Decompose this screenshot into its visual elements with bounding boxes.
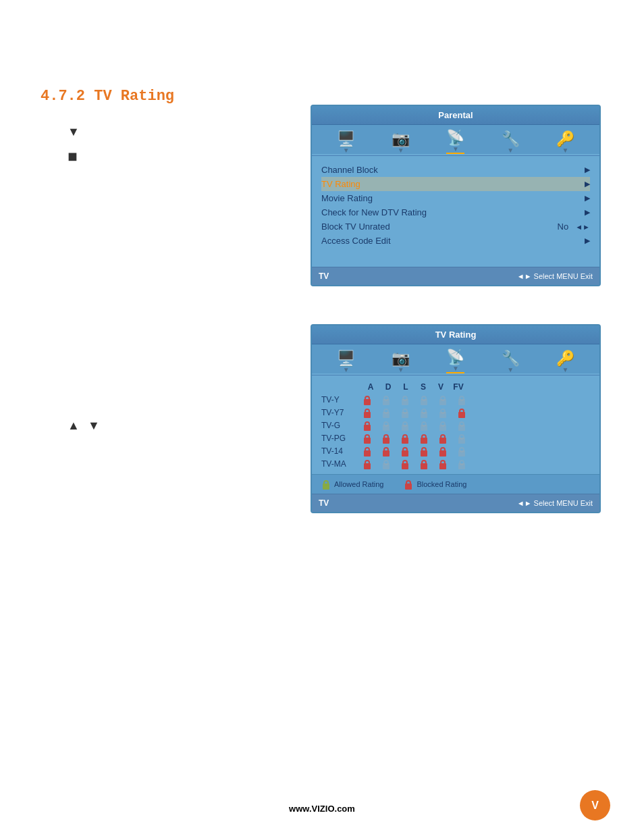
- cell-tvg-a[interactable]: [362, 420, 373, 431]
- cell-tvpg-d[interactable]: [381, 433, 392, 444]
- svg-rect-13: [365, 409, 369, 413]
- col-header-v: V: [435, 382, 446, 392]
- svg-rect-37: [365, 435, 369, 439]
- cell-tvg-s[interactable]: [419, 420, 429, 431]
- svg-rect-29: [403, 422, 407, 426]
- col-header-l: L: [400, 382, 411, 392]
- svg-rect-49: [365, 448, 369, 452]
- cell-tv14-fv[interactable]: [456, 446, 467, 457]
- tv-rating-panel-footer: TV ◄► Select MENU Exit: [312, 494, 599, 512]
- cell-tv14-a[interactable]: [362, 446, 373, 457]
- cell-tvpg-a[interactable]: [362, 433, 373, 444]
- menu-item-access-code[interactable]: Access Code Edit ▶: [321, 234, 590, 248]
- icon-satellite: 📡 ▼: [446, 130, 464, 154]
- svg-rect-25: [365, 422, 369, 426]
- cell-tvma-v[interactable]: [437, 459, 448, 469]
- parental-panel: Parental 🖥️ ▼ 📷 ▼ 📡 ▼ 🔧 ▼ 🔑 ▼ Channel Bl…: [311, 105, 601, 286]
- col-header-d: D: [383, 382, 394, 392]
- col-header-a: A: [365, 382, 376, 392]
- cell-tv14-s[interactable]: [419, 446, 429, 457]
- cell-tvma-d[interactable]: [381, 459, 392, 469]
- icon-key: 🔑 ▼: [556, 132, 574, 154]
- cell-tvy-d[interactable]: [381, 394, 392, 405]
- cell-tvg-d[interactable]: [381, 420, 392, 431]
- cell-tvy-a[interactable]: [362, 394, 373, 405]
- svg-rect-39: [384, 435, 388, 439]
- svg-rect-15: [384, 409, 388, 413]
- icon-tv: 🖥️ ▼: [337, 132, 355, 154]
- cell-tvy7-a[interactable]: [362, 407, 373, 418]
- svg-rect-51: [384, 448, 388, 452]
- menu-item-tv-rating[interactable]: TV Rating ▶: [321, 177, 590, 191]
- cell-tvpg-s[interactable]: [419, 433, 429, 444]
- col-header-s: S: [418, 382, 429, 392]
- rating-icon-row: 🖥️ ▼ 📷 ▼ 📡 ▼ 🔧 ▼ 🔑 ▼: [312, 344, 599, 373]
- svg-rect-65: [403, 461, 407, 465]
- arrow-down-icon-3: ▼: [88, 419, 100, 433]
- parental-panel-footer: TV ◄► Select MENU Exit: [312, 267, 599, 285]
- cell-tvpg-fv[interactable]: [456, 433, 467, 444]
- svg-rect-41: [403, 435, 407, 439]
- cell-tvma-fv[interactable]: [456, 459, 467, 469]
- cell-tvpg-l[interactable]: [400, 433, 410, 444]
- legend-blocked-label: Blocked Rating: [417, 480, 466, 488]
- arrow-down-icon-2: ◼: [68, 149, 78, 163]
- rating-row-tv-ma: TV-MA: [321, 459, 590, 469]
- cell-tvma-a[interactable]: [362, 459, 373, 469]
- rating-legend: Allowed Rating Blocked Rating: [312, 474, 599, 494]
- rating-row-tv-g: TV-G: [321, 420, 590, 431]
- svg-rect-11: [460, 396, 464, 400]
- parental-icon-row: 🖥️ ▼ 📷 ▼ 📡 ▼ 🔧 ▼ 🔑 ▼: [312, 125, 599, 154]
- menu-item-channel-block[interactable]: Channel Block ▶: [321, 163, 590, 177]
- menu-item-movie-rating[interactable]: Movie Rating ▶: [321, 191, 590, 205]
- svg-rect-43: [422, 435, 426, 439]
- menu-item-block-unrated[interactable]: Block TV Unrated No ◄►: [321, 219, 590, 234]
- cell-tvma-s[interactable]: [419, 459, 429, 469]
- tv-rating-panel-header: TV Rating: [312, 325, 599, 344]
- cell-tvg-fv[interactable]: [456, 420, 467, 431]
- cell-tvg-v[interactable]: [437, 420, 448, 431]
- cell-tvy-fv[interactable]: [456, 394, 467, 405]
- svg-rect-73: [324, 481, 328, 485]
- cell-tvy-s[interactable]: [419, 394, 429, 405]
- icon-wrench: 🔧 ▼: [502, 132, 520, 154]
- cell-tvy-l[interactable]: [400, 394, 410, 405]
- rating-row-tv-14: TV-14: [321, 446, 590, 457]
- cell-tvy7-d[interactable]: [381, 407, 392, 418]
- cell-tvy-v[interactable]: [437, 394, 448, 405]
- svg-rect-35: [460, 422, 464, 426]
- cell-tvpg-v[interactable]: [437, 433, 448, 444]
- svg-rect-59: [460, 448, 464, 452]
- svg-rect-31: [422, 422, 426, 426]
- cell-tvg-l[interactable]: [400, 420, 410, 431]
- menu-item-check-dtv[interactable]: Check for New DTV Rating ▶: [321, 205, 590, 219]
- icon-camera: 📷 ▼: [392, 132, 410, 154]
- svg-rect-47: [460, 435, 464, 439]
- svg-rect-33: [441, 422, 445, 426]
- svg-rect-55: [422, 448, 426, 452]
- svg-rect-53: [403, 448, 407, 452]
- svg-rect-63: [384, 461, 388, 465]
- tv-rating-panel: TV Rating 🖥️ ▼ 📷 ▼ 📡 ▼ 🔧 ▼ 🔑 ▼ A D L: [311, 324, 601, 513]
- cell-tvy7-s[interactable]: [419, 407, 429, 418]
- cell-tvy7-l[interactable]: [400, 407, 410, 418]
- tv-rating-footer-controls: ◄► Select MENU Exit: [517, 499, 593, 507]
- rating-icon-satellite: 📡 ▼: [446, 350, 464, 373]
- svg-rect-19: [422, 409, 426, 413]
- cell-tv14-d[interactable]: [381, 446, 392, 457]
- legend-allowed: Allowed Rating: [321, 479, 383, 490]
- cell-tvma-l[interactable]: [400, 459, 410, 469]
- cell-tv14-l[interactable]: [400, 446, 410, 457]
- svg-rect-9: [441, 396, 445, 400]
- cell-tv14-v[interactable]: [437, 446, 448, 457]
- cell-tvy7-fv[interactable]: [456, 407, 467, 418]
- svg-rect-27: [384, 422, 388, 426]
- svg-rect-7: [422, 396, 426, 400]
- rating-row-tv-y7: TV-Y7: [321, 407, 590, 418]
- rating-icon-key: 🔑 ▼: [556, 351, 574, 373]
- svg-rect-5: [403, 396, 407, 400]
- cell-tvy7-v[interactable]: [437, 407, 448, 418]
- vizio-logo: V: [580, 790, 610, 820]
- arrow-up-icon: ▲: [68, 419, 80, 433]
- parental-footer-tv-label: TV: [319, 271, 329, 281]
